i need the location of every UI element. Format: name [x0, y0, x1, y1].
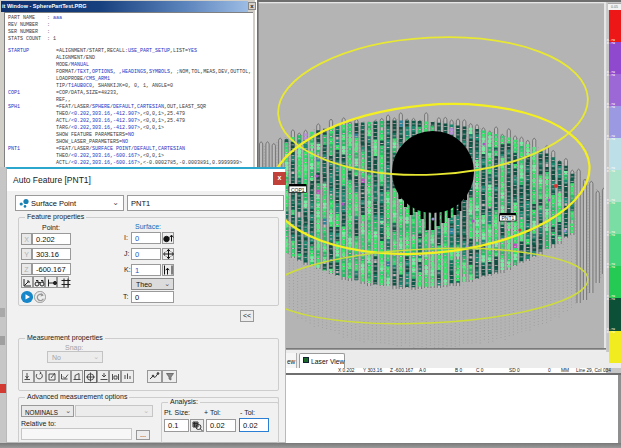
svg-text:PNT1: PNT1	[502, 215, 515, 221]
svg-text:COP1: COP1	[291, 187, 305, 193]
